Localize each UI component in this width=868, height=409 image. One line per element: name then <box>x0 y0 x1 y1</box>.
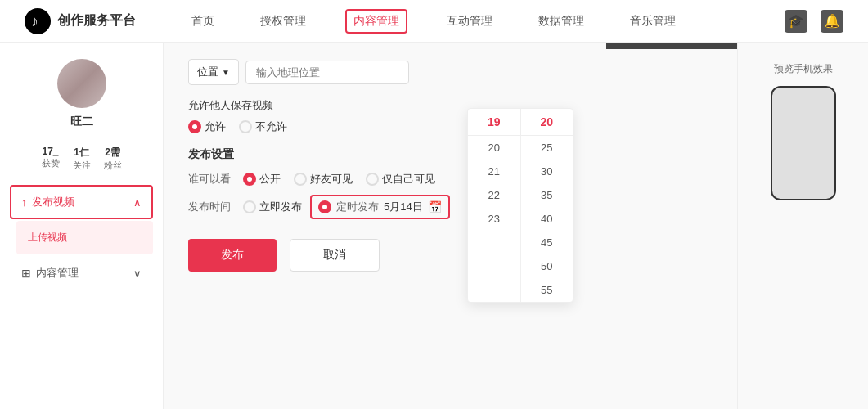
scheduled-option[interactable]: 定时发布 5月14日 📅 <box>310 195 450 219</box>
publish-button[interactable]: 发布 <box>188 239 277 272</box>
time-cell-40[interactable]: 40 <box>521 207 573 231</box>
time-cell-35[interactable]: 35 <box>521 183 573 207</box>
visibility-private-label: 仅自己可见 <box>382 172 435 187</box>
visibility-public-option[interactable]: 公开 <box>243 172 281 187</box>
disallow-save-option[interactable]: 不允许 <box>239 119 287 134</box>
main-layout: 旺二 17_ 获赞 1仁 关注 2需 粉丝 ↑ 发布视频 <box>0 43 868 409</box>
location-dropdown-arrow: ▼ <box>222 68 230 77</box>
sidebar-item-publish-video[interactable]: ↑ 发布视频 ∧ <box>10 185 153 219</box>
nav-item-home[interactable]: 首页 <box>185 11 221 32</box>
time-col2-header: 20 <box>521 109 573 136</box>
stat-fans: 2需 粉丝 <box>104 146 122 172</box>
visibility-friends-label: 好友可见 <box>310 172 353 187</box>
immediate-radio[interactable] <box>243 200 256 213</box>
visibility-public-label: 公开 <box>259 172 281 187</box>
preview-title: 预览手机效果 <box>774 62 833 76</box>
time-picker-body: 20 21 22 23 25 30 35 40 45 50 55 <box>468 136 573 302</box>
action-buttons: 发布 取消 <box>188 239 713 272</box>
time-cell-55[interactable]: 55 <box>521 278 573 302</box>
publish-time-label: 发布时间 <box>188 200 233 214</box>
sidebar-nav-left-content: ⊞ 内容管理 <box>21 266 79 281</box>
time-cell-30[interactable]: 30 <box>521 160 573 183</box>
allow-save-option[interactable]: 允许 <box>188 119 226 134</box>
svg-text:♪: ♪ <box>31 13 38 29</box>
content-area: 位置 ▼ 允许他人保存视频 允许 不允许 发布设置 <box>164 43 737 409</box>
time-picker-header: 19 20 <box>468 109 573 136</box>
nav-item-interact[interactable]: 互动管理 <box>440 11 499 32</box>
disallow-save-label: 不允许 <box>255 119 287 134</box>
time-cell-25[interactable]: 25 <box>521 136 573 160</box>
content-mgmt-icon: ⊞ <box>21 267 31 280</box>
time-row: 立即发布 定时发布 5月14日 📅 <box>243 195 450 219</box>
logo-area: ♪ 创作服务平台 <box>25 8 136 34</box>
sidebar-item-content-mgmt-label: 内容管理 <box>36 266 79 281</box>
username: 旺二 <box>70 115 93 129</box>
location-row: 位置 ▼ <box>188 59 713 85</box>
publish-time-row: 发布时间 立即发布 定时发布 5月14日 📅 <box>188 195 713 219</box>
graduation-cap-icon[interactable]: 🎓 <box>785 10 807 33</box>
sidebar-item-content-mgmt[interactable]: ⊞ 内容管理 ∨ <box>10 256 153 290</box>
sidebar-item-content-mgmt-arrow: ∨ <box>133 267 142 280</box>
stat-following-label: 关注 <box>73 160 91 172</box>
stat-fans-label: 粉丝 <box>104 160 122 172</box>
bell-icon[interactable]: 🔔 <box>821 10 843 33</box>
time-cell-22[interactable]: 22 <box>468 183 520 207</box>
time-picker-dropdown: 19 20 20 21 22 23 25 30 35 40 45 50 55 <box>467 108 573 303</box>
stat-fans-value: 2需 <box>105 146 120 160</box>
logo-icon: ♪ <box>25 8 51 34</box>
location-select-label: 位置 <box>197 65 218 79</box>
logo-text: 创作服务平台 <box>57 12 136 29</box>
user-stats: 17_ 获赞 1仁 关注 2需 粉丝 <box>42 146 122 172</box>
save-video-section: 允许他人保存视频 允许 不允许 <box>188 98 713 134</box>
cancel-button[interactable]: 取消 <box>290 239 380 272</box>
stat-following-value: 1仁 <box>74 146 89 160</box>
sidebar-nav: ↑ 发布视频 ∧ 上传视频 ⊞ 内容管理 ∨ <box>0 185 163 292</box>
location-input[interactable] <box>245 61 409 84</box>
visibility-private-radio[interactable] <box>366 173 379 186</box>
time-cell-50[interactable]: 50 <box>521 254 573 278</box>
sidebar-item-upload-video-label: 上传视频 <box>28 231 67 245</box>
visibility-row: 谁可以看 公开 好友可见 仅自己可见 <box>188 172 713 187</box>
time-cell-21[interactable]: 21 <box>468 160 520 183</box>
time-cell-20[interactable]: 20 <box>468 136 520 160</box>
nav-item-content[interactable]: 内容管理 <box>345 9 407 34</box>
stat-likes-label: 获赞 <box>42 157 60 169</box>
visibility-friends-radio[interactable] <box>294 173 307 186</box>
save-video-radio-row: 允许 不允许 <box>188 119 713 134</box>
dark-bar <box>606 43 737 49</box>
stat-likes: 17_ 获赞 <box>42 146 60 172</box>
scheduled-radio[interactable] <box>318 200 331 213</box>
visibility-friends-option[interactable]: 好友可见 <box>294 172 353 187</box>
avatar <box>57 59 106 108</box>
avatar-area: 旺二 <box>57 59 106 129</box>
header-right: 🎓 🔔 <box>785 10 843 33</box>
stat-likes-value: 17_ <box>42 146 58 157</box>
preview-area: 预览手机效果 <box>737 43 868 409</box>
allow-save-radio[interactable] <box>188 120 201 133</box>
time-col1: 20 21 22 23 <box>468 136 521 302</box>
disallow-save-radio[interactable] <box>239 120 252 133</box>
scheduled-date: 5月14日 <box>384 200 423 214</box>
nav-item-auth[interactable]: 授权管理 <box>254 11 313 32</box>
scheduled-label: 定时发布 <box>336 200 379 214</box>
visibility-public-radio[interactable] <box>243 173 256 186</box>
time-cell-45[interactable]: 45 <box>521 231 573 254</box>
nav-item-data[interactable]: 数据管理 <box>532 11 591 32</box>
visibility-radio-row: 公开 好友可见 仅自己可见 <box>243 172 435 187</box>
sidebar-nav-left: ↑ 发布视频 <box>21 195 74 209</box>
nav-item-music[interactable]: 音乐管理 <box>623 11 682 32</box>
header: ♪ 创作服务平台 首页 授权管理 内容管理 互动管理 数据管理 音乐管理 🎓 🔔 <box>0 0 868 43</box>
allow-save-label: 允许 <box>205 119 226 134</box>
sidebar-item-upload-video[interactable]: 上传视频 <box>16 221 153 254</box>
immediate-option[interactable]: 立即发布 <box>243 200 302 214</box>
location-select[interactable]: 位置 ▼ <box>188 59 239 85</box>
stat-following: 1仁 关注 <box>73 146 91 172</box>
visibility-private-option[interactable]: 仅自己可见 <box>366 172 435 187</box>
save-video-title: 允许他人保存视频 <box>188 98 713 113</box>
calendar-icon[interactable]: 📅 <box>428 200 442 213</box>
nav-menu: 首页 授权管理 内容管理 互动管理 数据管理 音乐管理 <box>185 9 785 34</box>
sidebar-item-publish-video-label: 发布视频 <box>32 195 74 209</box>
preview-phone <box>771 86 836 200</box>
sidebar: 旺二 17_ 获赞 1仁 关注 2需 粉丝 ↑ 发布视频 <box>0 43 164 409</box>
time-cell-23[interactable]: 23 <box>468 207 520 231</box>
